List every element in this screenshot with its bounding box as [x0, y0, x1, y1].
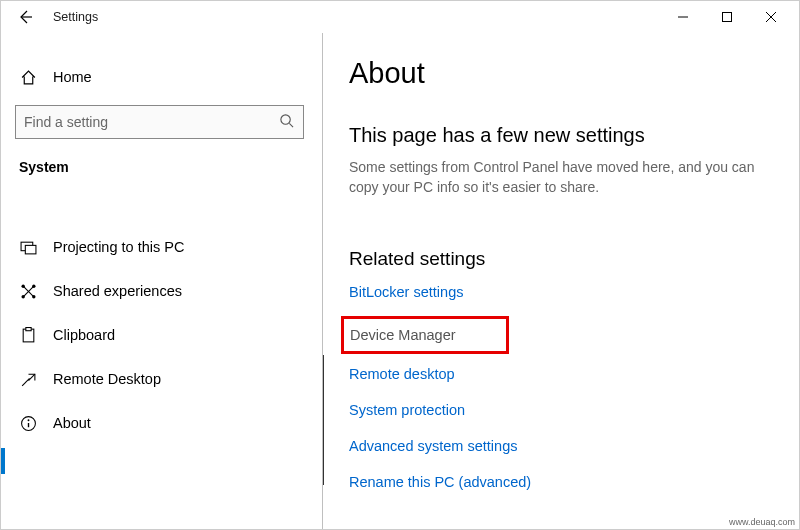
- sidebar-item-shared[interactable]: Shared experiences: [15, 269, 304, 313]
- remote-desktop-icon: [19, 370, 37, 388]
- related-settings-head: Related settings: [349, 248, 773, 270]
- svg-point-12: [21, 295, 24, 298]
- content-pane: About This page has a few new settings S…: [323, 33, 799, 529]
- search-box[interactable]: [15, 105, 304, 139]
- svg-point-11: [32, 284, 35, 287]
- svg-line-5: [289, 123, 293, 127]
- sidebar-item-clipboard[interactable]: Clipboard: [15, 313, 304, 357]
- sidebar-item-label: Clipboard: [53, 327, 115, 343]
- minimize-button[interactable]: [661, 2, 705, 32]
- sidebar-item-about[interactable]: About: [15, 401, 304, 445]
- svg-line-16: [22, 378, 29, 385]
- search-icon: [279, 113, 295, 131]
- home-button[interactable]: Home: [15, 59, 304, 95]
- home-label: Home: [53, 69, 92, 85]
- scroll-indicator[interactable]: [323, 355, 324, 485]
- titlebar: Settings: [1, 1, 799, 33]
- link-device-manager[interactable]: Device Manager: [341, 316, 509, 354]
- close-button[interactable]: [749, 2, 793, 32]
- sidebar-item-label: Projecting to this PC: [53, 239, 184, 255]
- svg-line-17: [28, 374, 34, 380]
- sidebar: Home System Projecting to this PC Shared…: [1, 33, 323, 529]
- svg-point-10: [21, 284, 24, 287]
- sidebar-item-label: About: [53, 415, 91, 431]
- page-subhead: This page has a few new settings: [349, 124, 773, 147]
- link-remote-desktop[interactable]: Remote desktop: [349, 366, 773, 382]
- svg-rect-15: [25, 327, 30, 330]
- close-icon: [766, 12, 776, 22]
- page-description: Some settings from Control Panel have mo…: [349, 157, 769, 198]
- sidebar-item-label: Remote Desktop: [53, 371, 161, 387]
- clipboard-icon: [19, 326, 37, 344]
- svg-rect-7: [25, 245, 36, 254]
- window-controls: [661, 2, 793, 32]
- maximize-button[interactable]: [705, 2, 749, 32]
- svg-point-19: [27, 419, 29, 421]
- maximize-icon: [722, 12, 732, 22]
- link-bitlocker[interactable]: BitLocker settings: [349, 284, 773, 300]
- search-input[interactable]: [24, 114, 279, 130]
- svg-rect-1: [723, 13, 732, 22]
- window-title: Settings: [53, 10, 98, 24]
- link-system-protection[interactable]: System protection: [349, 402, 773, 418]
- svg-point-4: [281, 115, 290, 124]
- home-icon: [19, 68, 37, 86]
- shared-experiences-icon: [19, 282, 37, 300]
- page-title: About: [349, 57, 773, 90]
- link-advanced-system[interactable]: Advanced system settings: [349, 438, 773, 454]
- watermark: www.deuaq.com: [729, 517, 795, 527]
- sidebar-item-projecting[interactable]: Projecting to this PC: [15, 225, 304, 269]
- back-arrow-icon: [17, 9, 33, 25]
- selected-indicator: [1, 448, 5, 474]
- link-rename-pc[interactable]: Rename this PC (advanced): [349, 474, 773, 490]
- sidebar-category: System: [15, 153, 304, 181]
- svg-point-13: [32, 295, 35, 298]
- projecting-icon: [19, 238, 37, 256]
- minimize-icon: [678, 12, 688, 22]
- back-button[interactable]: [7, 1, 43, 33]
- sidebar-item-label: Shared experiences: [53, 283, 182, 299]
- about-icon: [19, 414, 37, 432]
- sidebar-item-remote-desktop[interactable]: Remote Desktop: [15, 357, 304, 401]
